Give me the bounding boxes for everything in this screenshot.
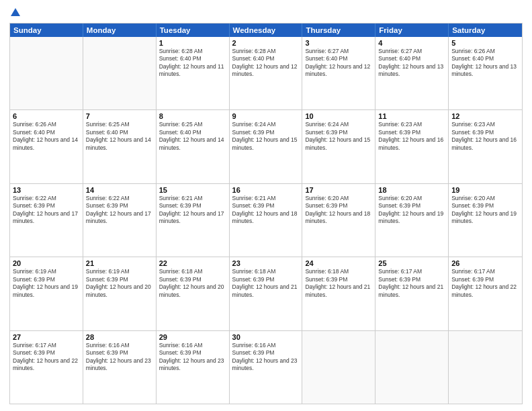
day-info: Sunrise: 6:24 AM Sunset: 6:39 PM Dayligh… — [232, 121, 300, 152]
day-info: Sunrise: 6:27 AM Sunset: 6:40 PM Dayligh… — [378, 48, 445, 79]
calendar-day-5: 5Sunrise: 6:26 AM Sunset: 6:40 PM Daylig… — [449, 37, 522, 109]
day-info: Sunrise: 6:19 AM Sunset: 6:39 PM Dayligh… — [13, 268, 80, 299]
day-info: Sunrise: 6:16 AM Sunset: 6:39 PM Dayligh… — [86, 342, 153, 373]
day-number: 11 — [378, 112, 445, 120]
day-number: 2 — [232, 39, 300, 47]
day-info: Sunrise: 6:20 AM Sunset: 6:39 PM Dayligh… — [378, 195, 445, 226]
calendar-week-2: 6Sunrise: 6:26 AM Sunset: 6:40 PM Daylig… — [10, 110, 522, 183]
day-number: 8 — [159, 112, 226, 120]
day-number: 29 — [159, 333, 226, 341]
day-info: Sunrise: 6:18 AM Sunset: 6:39 PM Dayligh… — [232, 268, 300, 299]
day-number: 27 — [13, 333, 80, 341]
day-info: Sunrise: 6:28 AM Sunset: 6:40 PM Dayligh… — [159, 48, 226, 79]
day-info: Sunrise: 6:20 AM Sunset: 6:39 PM Dayligh… — [305, 195, 372, 226]
day-number: 12 — [451, 112, 519, 120]
day-info: Sunrise: 6:16 AM Sunset: 6:39 PM Dayligh… — [232, 342, 300, 373]
calendar-body: 1Sunrise: 6:28 AM Sunset: 6:40 PM Daylig… — [10, 37, 522, 404]
calendar-day-14: 14Sunrise: 6:22 AM Sunset: 6:39 PM Dayli… — [83, 184, 157, 257]
calendar-weekday-friday: Friday — [375, 24, 449, 37]
calendar-day-21: 21Sunrise: 6:19 AM Sunset: 6:39 PM Dayli… — [83, 257, 157, 330]
calendar-day-7: 7Sunrise: 6:25 AM Sunset: 6:40 PM Daylig… — [83, 110, 157, 183]
day-info: Sunrise: 6:22 AM Sunset: 6:39 PM Dayligh… — [86, 195, 153, 226]
calendar-weekday-monday: Monday — [83, 24, 157, 37]
calendar-day-15: 15Sunrise: 6:21 AM Sunset: 6:39 PM Dayli… — [157, 184, 230, 257]
calendar-day-10: 10Sunrise: 6:24 AM Sunset: 6:39 PM Dayli… — [302, 110, 375, 183]
calendar-day-8: 8Sunrise: 6:25 AM Sunset: 6:40 PM Daylig… — [157, 110, 230, 183]
day-info: Sunrise: 6:26 AM Sunset: 6:40 PM Dayligh… — [451, 48, 519, 79]
calendar-week-5: 27Sunrise: 6:17 AM Sunset: 6:39 PM Dayli… — [10, 331, 522, 404]
calendar-day-empty — [375, 331, 449, 404]
day-info: Sunrise: 6:20 AM Sunset: 6:39 PM Dayligh… — [451, 195, 519, 226]
day-number: 20 — [13, 259, 80, 267]
calendar-day-22: 22Sunrise: 6:18 AM Sunset: 6:39 PM Dayli… — [157, 257, 230, 330]
calendar-day-19: 19Sunrise: 6:20 AM Sunset: 6:39 PM Dayli… — [449, 184, 522, 257]
calendar-day-24: 24Sunrise: 6:18 AM Sunset: 6:39 PM Dayli… — [302, 257, 375, 330]
day-number: 6 — [13, 112, 80, 120]
day-info: Sunrise: 6:28 AM Sunset: 6:40 PM Dayligh… — [232, 48, 300, 79]
logo — [9, 7, 21, 20]
page: SundayMondayTuesdayWednesdayThursdayFrid… — [0, 0, 532, 411]
day-number: 4 — [378, 39, 445, 47]
day-number: 14 — [86, 186, 153, 194]
calendar-day-30: 30Sunrise: 6:16 AM Sunset: 6:39 PM Dayli… — [230, 331, 303, 404]
calendar-header-row: SundayMondayTuesdayWednesdayThursdayFrid… — [10, 24, 522, 37]
day-number: 5 — [451, 39, 519, 47]
calendar-weekday-wednesday: Wednesday — [230, 24, 303, 37]
day-info: Sunrise: 6:17 AM Sunset: 6:39 PM Dayligh… — [378, 268, 445, 299]
day-info: Sunrise: 6:16 AM Sunset: 6:39 PM Dayligh… — [159, 342, 226, 373]
calendar-day-25: 25Sunrise: 6:17 AM Sunset: 6:39 PM Dayli… — [375, 257, 449, 330]
day-number: 24 — [305, 259, 372, 267]
day-number: 28 — [86, 333, 153, 341]
calendar-week-1: 1Sunrise: 6:28 AM Sunset: 6:40 PM Daylig… — [10, 37, 522, 110]
calendar-day-4: 4Sunrise: 6:27 AM Sunset: 6:40 PM Daylig… — [375, 37, 449, 109]
calendar-week-3: 13Sunrise: 6:22 AM Sunset: 6:39 PM Dayli… — [10, 184, 522, 257]
calendar-day-12: 12Sunrise: 6:23 AM Sunset: 6:39 PM Dayli… — [449, 110, 522, 183]
day-info: Sunrise: 6:22 AM Sunset: 6:39 PM Dayligh… — [13, 195, 80, 226]
day-info: Sunrise: 6:25 AM Sunset: 6:40 PM Dayligh… — [86, 121, 153, 152]
day-number: 22 — [159, 259, 226, 267]
day-number: 25 — [378, 259, 445, 267]
calendar-day-empty — [83, 37, 157, 109]
day-number: 1 — [159, 39, 226, 47]
day-info: Sunrise: 6:23 AM Sunset: 6:39 PM Dayligh… — [378, 121, 445, 152]
calendar-day-3: 3Sunrise: 6:27 AM Sunset: 6:40 PM Daylig… — [302, 37, 375, 109]
calendar-day-23: 23Sunrise: 6:18 AM Sunset: 6:39 PM Dayli… — [230, 257, 303, 330]
calendar-day-empty — [10, 37, 83, 109]
calendar-weekday-sunday: Sunday — [10, 24, 83, 37]
day-number: 10 — [305, 112, 372, 120]
day-number: 16 — [232, 186, 300, 194]
day-number: 26 — [451, 259, 519, 267]
calendar-weekday-thursday: Thursday — [302, 24, 375, 37]
calendar-day-empty — [449, 331, 522, 404]
day-number: 7 — [86, 112, 153, 120]
day-info: Sunrise: 6:25 AM Sunset: 6:40 PM Dayligh… — [159, 121, 226, 152]
day-number: 17 — [305, 186, 372, 194]
calendar-day-9: 9Sunrise: 6:24 AM Sunset: 6:39 PM Daylig… — [230, 110, 303, 183]
day-info: Sunrise: 6:27 AM Sunset: 6:40 PM Dayligh… — [305, 48, 372, 79]
day-number: 19 — [451, 186, 519, 194]
day-number: 9 — [232, 112, 300, 120]
day-info: Sunrise: 6:26 AM Sunset: 6:40 PM Dayligh… — [13, 121, 80, 152]
calendar: SundayMondayTuesdayWednesdayThursdayFrid… — [9, 23, 523, 404]
calendar-day-20: 20Sunrise: 6:19 AM Sunset: 6:39 PM Dayli… — [10, 257, 83, 330]
day-number: 15 — [159, 186, 226, 194]
calendar-day-1: 1Sunrise: 6:28 AM Sunset: 6:40 PM Daylig… — [157, 37, 230, 109]
day-number: 30 — [232, 333, 300, 341]
calendar-day-27: 27Sunrise: 6:17 AM Sunset: 6:39 PM Dayli… — [10, 331, 83, 404]
calendar-day-empty — [302, 331, 375, 404]
day-info: Sunrise: 6:18 AM Sunset: 6:39 PM Dayligh… — [159, 268, 226, 299]
day-info: Sunrise: 6:17 AM Sunset: 6:39 PM Dayligh… — [13, 342, 80, 373]
calendar-day-13: 13Sunrise: 6:22 AM Sunset: 6:39 PM Dayli… — [10, 184, 83, 257]
day-number: 23 — [232, 259, 300, 267]
day-number: 13 — [13, 186, 80, 194]
calendar-day-6: 6Sunrise: 6:26 AM Sunset: 6:40 PM Daylig… — [10, 110, 83, 183]
header — [9, 7, 523, 20]
day-number: 18 — [378, 186, 445, 194]
day-info: Sunrise: 6:21 AM Sunset: 6:39 PM Dayligh… — [159, 195, 226, 226]
calendar-weekday-tuesday: Tuesday — [157, 24, 230, 37]
calendar-weekday-saturday: Saturday — [449, 24, 522, 37]
calendar-day-29: 29Sunrise: 6:16 AM Sunset: 6:39 PM Dayli… — [157, 331, 230, 404]
logo-icon — [10, 7, 21, 17]
calendar-week-4: 20Sunrise: 6:19 AM Sunset: 6:39 PM Dayli… — [10, 257, 522, 330]
calendar-day-26: 26Sunrise: 6:17 AM Sunset: 6:39 PM Dayli… — [449, 257, 522, 330]
